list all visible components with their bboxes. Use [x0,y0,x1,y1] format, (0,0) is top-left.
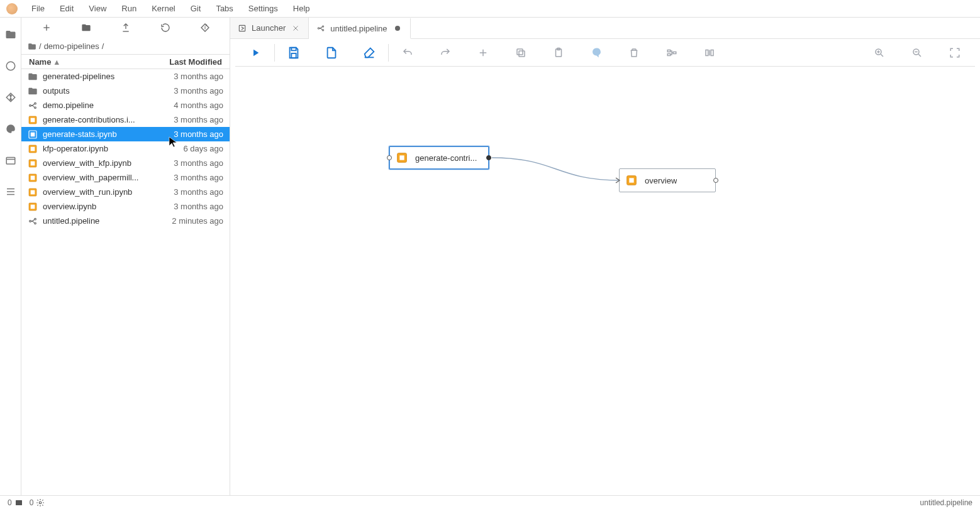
notebook-icon [28,187,38,197]
save-button[interactable] [275,39,313,66]
arrange-horizontal-button[interactable] [653,39,691,66]
terminal-count: 0 [8,498,12,507]
arrange-vertical-button[interactable] [691,39,728,66]
menu-run[interactable]: Run [115,1,143,16]
svg-rect-38 [291,53,296,57]
close-icon[interactable] [291,23,301,33]
paste-button[interactable] [540,39,577,66]
menu-git[interactable]: Git [184,1,208,16]
file-name: overview_with_run.ipynb [43,187,149,197]
new-launcher-button[interactable] [26,18,66,38]
export-button[interactable] [313,39,350,66]
zoom-out-button[interactable] [898,39,936,66]
column-name[interactable]: Name ▴ [21,57,152,67]
input-port[interactable] [615,177,621,183]
file-row[interactable]: outputs3 months ago [21,84,230,98]
pipeline-icon [28,216,38,226]
file-row[interactable]: overview.ipynb3 months ago [21,199,230,214]
delete-button[interactable] [615,39,653,66]
file-row[interactable]: untitled.pipeline2 minutes ago [21,214,230,228]
menu-tabs[interactable]: Tabs [209,1,239,16]
breadcrumb-folder[interactable]: demo-pipelines [44,41,99,51]
run-button[interactable] [237,39,274,66]
file-row[interactable]: overview_with_papermill...3 months ago [21,170,230,185]
status-bar: 0 0 untitled.pipeline [0,495,980,509]
tabs-icon[interactable] [5,155,16,166]
svg-rect-23 [31,175,35,180]
file-list-header: Name ▴ Last Modified [21,54,230,69]
column-modified[interactable]: Last Modified [152,57,230,67]
toc-icon[interactable] [5,186,16,197]
svg-point-64 [40,501,42,504]
pipeline-node-generate-contributions[interactable]: generate-contri... [389,146,489,170]
notebook-icon [28,202,38,212]
dot-icon [395,26,400,31]
file-row[interactable]: generate-stats.ipynb3 months ago [21,127,230,141]
menu-settings[interactable]: Settings [242,1,284,16]
menu-edit[interactable]: Edit [53,1,80,16]
folder-icon[interactable] [5,29,16,40]
svg-rect-37 [291,47,296,50]
breadcrumb[interactable]: / demo-pipelines / [21,38,230,54]
dirty-indicator[interactable] [393,23,403,33]
input-port[interactable] [387,155,392,160]
file-row[interactable]: overview_with_kfp.ipynb3 months ago [21,156,230,170]
pipeline-node-overview[interactable]: overview [619,168,716,192]
running-icon[interactable] [5,60,16,72]
git-clone-button[interactable] [185,18,225,38]
new-folder-button[interactable] [66,18,106,38]
svg-line-53 [881,54,883,57]
pipeline-icon [28,101,38,111]
file-row[interactable]: kfp-operator.ipynb6 days ago [21,141,230,156]
file-modified: 3 months ago [149,158,223,168]
file-row[interactable]: overview_with_run.ipynb3 months ago [21,185,230,199]
output-port[interactable] [486,155,491,160]
svg-rect-48 [673,52,676,53]
add-comment-button[interactable] [577,39,615,66]
svg-point-35 [323,26,324,27]
undo-button[interactable] [389,39,426,66]
cut-button[interactable] [464,39,502,66]
tab-bar: Launcher untitled.pipeline [230,18,980,39]
menu-view[interactable]: View [82,1,113,16]
pipeline-edge [235,67,977,506]
tab-untitled-pipeline[interactable]: untitled.pipeline [309,18,410,39]
svg-rect-15 [31,118,35,122]
file-row[interactable]: demo.pipeline4 months ago [21,98,230,112]
refresh-button[interactable] [145,18,185,38]
notebook-icon [28,173,38,183]
work-area: Launcher untitled.pipeline [230,18,980,495]
status-terminals[interactable]: 0 [8,498,23,507]
clear-button[interactable] [350,39,388,66]
copy-button[interactable] [502,39,540,66]
kernel-count: 0 [30,498,34,507]
output-port[interactable] [713,178,718,183]
notebook-icon [28,144,38,154]
status-kernels[interactable]: 0 [30,498,45,507]
upload-button[interactable] [106,18,145,38]
pipeline-toolbar [235,39,975,67]
svg-point-10 [206,25,206,25]
menu-file[interactable]: File [25,1,51,16]
menu-help[interactable]: Help [287,1,316,16]
file-name: outputs [43,86,149,96]
file-row[interactable]: generated-pipelines3 months ago [21,69,230,84]
file-name: overview_with_kfp.ipynb [43,158,149,168]
palette-icon[interactable] [5,123,16,134]
notebook-icon [28,129,38,140]
svg-line-57 [918,54,921,57]
zoom-in-button[interactable] [860,39,898,66]
breadcrumb-root[interactable]: / [39,41,42,51]
tab-launcher[interactable]: Launcher [230,18,309,38]
zoom-fit-button[interactable] [936,39,974,66]
file-list[interactable]: generated-pipelines3 months agooutputs3 … [21,69,230,495]
file-row[interactable]: generate-contributions.i...3 months ago [21,112,230,127]
app-logo [6,3,18,14]
redo-button[interactable] [426,39,464,66]
menu-kernel[interactable]: Kernel [145,1,182,16]
svg-point-30 [35,222,36,224]
svg-rect-60 [399,155,404,160]
git-icon[interactable] [5,92,16,103]
breadcrumb-trail: / [102,41,104,51]
pipeline-canvas[interactable]: generate-contri... overview [235,67,975,490]
